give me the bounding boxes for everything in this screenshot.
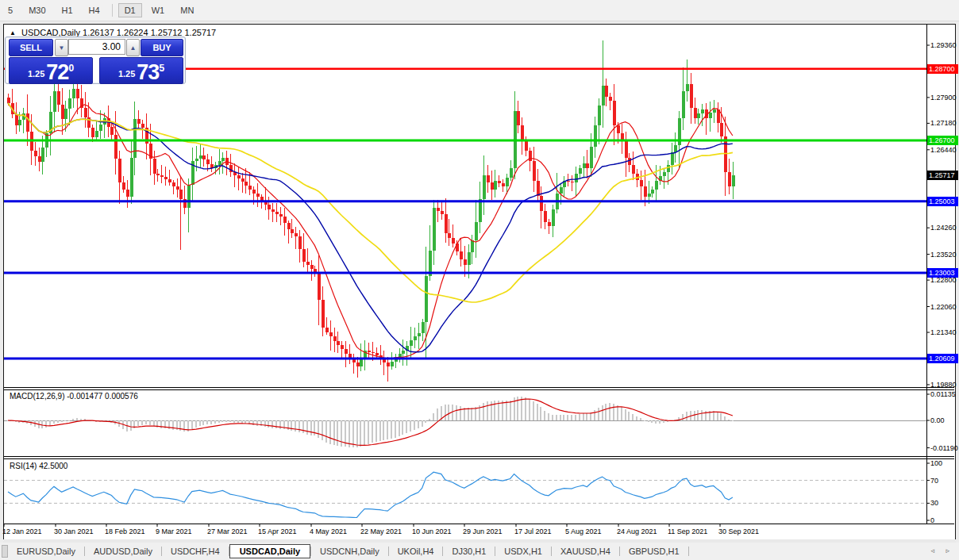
price-badge: 1.26700 [927, 136, 958, 145]
macd-axis-label: -0.01190 [930, 444, 958, 452]
timeframe-toolbar: 5M30H1H4D1W1MN [0, 0, 959, 21]
date-axis-label: 5 Aug 2021 [565, 527, 602, 535]
rsi-indicator-label: RSI(14) 42.5000 [10, 462, 67, 470]
date-axis-label: 15 Apr 2021 [258, 527, 297, 535]
macd-indicator-label: MACD(12,26,9) -0.001477 0.000576 [10, 392, 138, 401]
timeframe-button-h4[interactable]: H4 [83, 3, 106, 17]
date-axis-label: 11 Sep 2021 [668, 527, 707, 535]
tab-eurusd[interactable]: EURUSD,Daily [8, 544, 84, 558]
buy-price-pip: 5 [159, 63, 164, 74]
volume-input[interactable] [68, 39, 125, 55]
price-axis-label: 1.24260 [930, 224, 957, 232]
date-axis-label: 17 Jul 2021 [514, 527, 552, 535]
price-axis-label: 1.23520 [930, 251, 957, 259]
macd-axis-label: 0.01135 [930, 390, 956, 398]
one-click-trading-panel: SELL ▼ ▲ BUY 1.25 72 0 1.25 73 5 [5, 36, 186, 84]
sell-button[interactable]: SELL [9, 39, 53, 56]
toolbar-separator [112, 4, 113, 17]
macd-axis-label: 0.00 [930, 416, 945, 424]
price-badge: 1.23003 [927, 268, 958, 278]
tab-xauusd[interactable]: XAUUSD,H4 [552, 544, 619, 558]
mt4-workspace: { "toolbar": { "timeframes": [ {"label":… [0, 0, 959, 560]
date-axis-label: 18 Feb 2021 [105, 527, 145, 535]
tab-usdx[interactable]: USDX,H1 [495, 544, 551, 558]
price-axis-label: 1.27180 [930, 119, 957, 127]
date-axis-label: 29 Jun 2021 [463, 527, 503, 535]
timeframe-button-w1[interactable]: W1 [145, 3, 171, 17]
chart-window [3, 24, 956, 540]
tab-usdcad[interactable]: USDCAD,Daily [229, 544, 310, 558]
tab-strip-edge [2, 545, 8, 558]
sell-price-main: 72 [46, 63, 68, 82]
timeframe-button-d1[interactable]: D1 [118, 3, 142, 17]
rsi-axis-label: 100 [930, 459, 942, 467]
date-axis-label: 30 Sep 2021 [718, 527, 759, 535]
tab-gbpusd[interactable]: GBPUSD,H1 [620, 544, 688, 558]
buy-button[interactable]: BUY [141, 39, 183, 56]
date-axis-label: 24 Aug 2021 [617, 527, 657, 535]
date-axis-label: 30 Jan 2021 [54, 527, 94, 535]
price-badge: 1.28700 [927, 64, 958, 74]
timeframe-button-m30[interactable]: M30 [22, 3, 52, 17]
date-axis-label: 9 Mar 2021 [156, 527, 192, 535]
tab-audusd[interactable]: AUDUSD,Daily [85, 544, 161, 558]
price-badge: 1.25003 [927, 197, 958, 206]
tab-usdcnh[interactable]: USDCNH,Daily [311, 544, 388, 558]
timeframe-button-h1[interactable]: H1 [56, 3, 79, 17]
date-axis-label: 27 Mar 2021 [207, 527, 248, 535]
date-axis-label: 12 Jan 2021 [2, 527, 42, 535]
tab-usdchf[interactable]: USDCHF,H4 [162, 544, 229, 558]
rsi-axis-label: 70 [930, 477, 938, 485]
tab-scroll-arrows[interactable]: ◃ ▹ [930, 547, 954, 554]
tab-ukoil[interactable]: UKOil,H4 [389, 544, 443, 558]
rsi-axis-label: 0 [930, 516, 934, 524]
buy-price-main: 73 [137, 63, 159, 82]
price-axis-label: 1.22060 [930, 303, 957, 311]
price-badge: 1.20609 [927, 354, 958, 363]
date-axis-label: 22 May 2021 [360, 527, 402, 535]
date-axis-label: 10 Jun 2021 [412, 527, 452, 535]
volume-decrease-button[interactable]: ▼ [55, 39, 68, 56]
sell-price-pip: 0 [68, 63, 74, 74]
collapse-trade-panel-icon[interactable]: ▲ [10, 29, 16, 36]
price-badge: 1.25717 [927, 171, 958, 180]
price-axis-label: 1.27900 [930, 94, 957, 102]
price-axis-label: 1.26440 [930, 146, 957, 154]
price-axis-label: 1.29360 [930, 41, 957, 49]
date-axis-label: 4 May 2021 [310, 527, 347, 535]
volume-increase-button[interactable]: ▲ [126, 39, 140, 56]
price-axis-label: 1.21340 [930, 328, 957, 336]
buy-price-prefix: 1.25 [118, 69, 135, 79]
chart-tab-bar: EURUSD,DailyAUDUSD,DailyUSDCHF,H4USDCAD,… [0, 543, 959, 560]
price-axis-label: 1.19880 [930, 381, 957, 389]
buy-price-display[interactable]: 1.25 73 5 [99, 57, 183, 84]
rsi-axis-label: 30 [930, 499, 938, 507]
tab-dj30[interactable]: DJ30,H1 [443, 544, 495, 558]
sell-price-prefix: 1.25 [28, 69, 44, 79]
timeframe-button-5[interactable]: 5 [2, 3, 19, 17]
timeframe-button-mn[interactable]: MN [174, 3, 200, 17]
sell-price-display[interactable]: 1.25 72 0 [9, 57, 93, 84]
tab-separator [688, 547, 689, 556]
